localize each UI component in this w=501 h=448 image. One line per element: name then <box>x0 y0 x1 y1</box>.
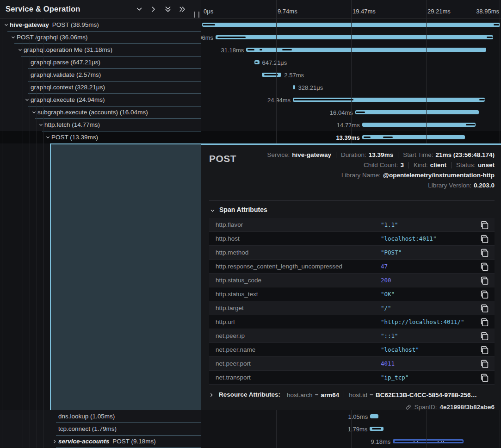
attribute-row: net.peer.port4011 <box>209 357 495 371</box>
span-name-cell[interactable]: POST /graphql (36.06ms) <box>0 31 201 44</box>
span-row[interactable]: tcp.connect (1.79ms)1.79ms <box>0 423 501 435</box>
copy-button[interactable] <box>480 331 490 341</box>
operation-name: graphql.execute (24.94ms) <box>31 96 105 103</box>
span-name-cell[interactable]: POST (13.39ms) <box>0 131 201 143</box>
copy-button[interactable] <box>480 275 490 286</box>
chevron-down-icon[interactable] <box>24 98 31 102</box>
copy-button[interactable] <box>480 359 490 369</box>
span-row[interactable]: graphql.context (328.21μs)328.21μs <box>0 81 501 93</box>
span-timeline-cell[interactable]: 9.18ms <box>201 435 501 448</box>
span-timeline-cell[interactable]: 328.21μs <box>201 81 501 93</box>
span-timeline-cell[interactable]: 36.06ms <box>201 31 501 44</box>
copy-button[interactable] <box>480 261 490 272</box>
chevron-down-icon[interactable] <box>37 123 44 127</box>
child-span-mark <box>479 99 485 100</box>
span-timeline-cell[interactable]: 14.77ms <box>201 118 501 131</box>
chevron-down-icon[interactable] <box>17 48 24 52</box>
span-name-cell[interactable]: graphql.operation Me (31.18ms) <box>0 44 201 56</box>
span-row[interactable]: hive-gatewayPOST (38.95ms)38.95ms <box>0 19 501 31</box>
span-timeline-cell[interactable]: 647.21μs <box>201 56 501 68</box>
span-row[interactable]: graphql.operation Me (31.18ms)31.18ms <box>0 44 501 56</box>
child-span-mark <box>364 137 371 138</box>
attribute-key: http.url <box>216 318 381 325</box>
span-row[interactable]: subgraph.execute (accounts) (16.04ms)16.… <box>0 106 501 118</box>
span-row[interactable]: graphql.execute (24.94ms)24.94ms <box>0 93 501 106</box>
span-timeline-cell[interactable]: 13.39ms <box>201 131 501 143</box>
span-row[interactable]: graphql.validate (2.57ms)2.57ms <box>0 68 501 81</box>
span-name-cell[interactable]: graphql.context (328.21μs) <box>0 81 201 93</box>
chevron-down-icon[interactable] <box>44 135 51 140</box>
copy-button[interactable] <box>480 289 490 299</box>
resource-value: arm64 <box>321 392 339 398</box>
span-bar[interactable] <box>362 123 476 127</box>
span-timeline-cell[interactable]: 2.57ms <box>201 68 501 81</box>
span-bar[interactable] <box>202 23 501 27</box>
span-timeline-cell[interactable]: 1.79ms <box>201 423 501 435</box>
attribute-value: "1.1" <box>381 221 480 228</box>
chevron-down-icon[interactable] <box>31 110 37 115</box>
copy-button[interactable] <box>480 373 490 383</box>
detail-divider <box>209 200 495 201</box>
span-name-cell[interactable]: http.fetch (14.77ms) <box>0 118 201 131</box>
collapse-all-icon[interactable] <box>164 6 172 13</box>
resource-key: host.id <box>349 392 367 398</box>
copy-button[interactable] <box>480 345 490 355</box>
detail-info-lines: Service:hive-gatewayDuration:13.39msStar… <box>209 149 495 189</box>
attribute-value: "ip_tcp" <box>381 374 480 381</box>
span-name-cell[interactable]: graphql.execute (24.94ms) <box>0 93 201 106</box>
chevron-down-icon[interactable] <box>3 23 10 27</box>
event-dot <box>438 441 439 442</box>
span-name-cell[interactable]: tcp.connect (1.79ms) <box>0 423 201 435</box>
chevron-down-icon[interactable] <box>10 35 17 40</box>
span-timeline-cell[interactable]: 16.04ms <box>201 106 501 118</box>
span-row[interactable]: POST (13.39ms)13.39ms <box>0 131 501 143</box>
span-timeline-cell[interactable]: 24.94ms <box>201 93 501 106</box>
operation-name: http.fetch (14.77ms) <box>44 121 100 128</box>
chevron-right-icon[interactable] <box>150 6 157 13</box>
attribute-row: http.url"http://localhost:4011/" <box>209 315 495 329</box>
span-name-cell[interactable]: subgraph.execute (accounts) (16.04ms) <box>0 106 201 118</box>
operation-name: dns.lookup (1.05ms) <box>58 413 115 420</box>
span-bar[interactable] <box>216 35 493 39</box>
expand-all-icon[interactable] <box>179 6 186 13</box>
operation-name: POST /graphql (36.06ms) <box>17 34 88 41</box>
copy-button[interactable] <box>480 220 490 230</box>
pane-resize-grip[interactable] <box>194 12 199 18</box>
span-row[interactable]: http.fetch (14.77ms)14.77ms <box>0 118 501 131</box>
span-name-cell[interactable]: graphql.validate (2.57ms) <box>0 68 201 81</box>
span-name-cell[interactable]: dns.lookup (1.05ms) <box>0 410 201 423</box>
span-row[interactable]: dns.lookup (1.05ms)1.05ms <box>0 410 501 423</box>
detail-field-label: Duration: <box>341 151 366 158</box>
copy-button[interactable] <box>480 248 490 258</box>
span-row[interactable]: service-accountsPOST (9.18ms)9.18ms <box>0 435 501 448</box>
row-separator <box>28 81 201 81</box>
detail-backdrop <box>50 143 201 410</box>
chevron-right-icon[interactable] <box>51 439 58 444</box>
copy-button[interactable] <box>480 303 490 313</box>
span-bar[interactable] <box>370 414 378 418</box>
span-row[interactable]: POST /graphql (36.06ms)36.06ms <box>0 31 501 44</box>
resource-attributes-row[interactable]: Resource Attributes: host.arch=arm64host… <box>209 391 495 398</box>
spanid-label: SpanID: <box>414 404 437 411</box>
detail-info-line: Library Name:@opentelemetry/instrumentat… <box>341 172 495 179</box>
span-name-cell[interactable]: service-accountsPOST (9.18ms) <box>0 435 201 448</box>
span-name-cell[interactable]: hive-gatewayPOST (38.95ms) <box>0 19 201 31</box>
span-timeline-cell[interactable]: 1.05ms <box>201 410 501 423</box>
link-icon[interactable] <box>405 404 412 411</box>
chevron-down-icon[interactable] <box>136 6 143 13</box>
span-name-cell[interactable]: graphql.parse (647.21μs) <box>0 56 201 68</box>
trace-viewer: Service & Operation 0μs9.74ms19.47ms29.2… <box>0 0 501 448</box>
chevron-spacer <box>51 414 58 419</box>
span-timeline-cell[interactable]: 31.18ms <box>201 44 501 56</box>
copy-button[interactable] <box>480 317 490 327</box>
span-attributes-header[interactable]: Span Attributes <box>210 206 495 213</box>
attribute-key: net.peer.ip <box>216 332 381 339</box>
span-bar[interactable] <box>362 135 465 139</box>
copy-button[interactable] <box>480 234 490 244</box>
span-duration-label: 13.39ms <box>336 134 359 141</box>
span-bar[interactable] <box>293 85 295 89</box>
span-row[interactable]: graphql.parse (647.21μs)647.21μs <box>0 56 501 68</box>
span-bar[interactable] <box>355 110 479 114</box>
span-timeline-cell[interactable]: 38.95ms <box>201 19 501 31</box>
chevron-right-icon <box>209 392 214 397</box>
